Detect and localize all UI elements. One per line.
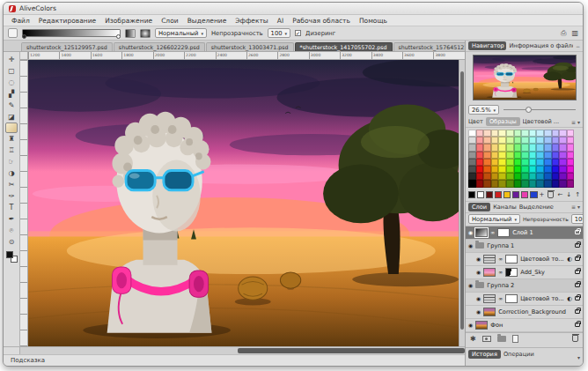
lock-icon[interactable]: [575, 243, 580, 248]
swatch-3-1[interactable]: [483, 152, 491, 159]
swatch-1-6[interactable]: [521, 137, 529, 144]
new-layer-icon[interactable]: [512, 335, 518, 343]
swatch-3-5[interactable]: [514, 152, 522, 159]
zoom-tool[interactable]: ⊙: [5, 236, 18, 248]
document-tab-3[interactable]: *shutterstock_1417055702.psd: [295, 42, 393, 51]
back-icon[interactable]: ←: [557, 191, 562, 198]
swatch-4-10[interactable]: [552, 159, 560, 166]
lock-icon[interactable]: [575, 256, 580, 261]
swatch-1-12[interactable]: [567, 137, 575, 144]
layer-row-2[interactable]: ◉∞Цветовой то...◐: [466, 253, 583, 266]
import-swatches-icon[interactable]: ↓: [566, 191, 571, 198]
swatch-5-5[interactable]: [514, 166, 522, 173]
add-mask-icon[interactable]: [482, 336, 491, 342]
zoom-level-select[interactable]: 26.5% ▾: [468, 105, 499, 115]
layer-row-3[interactable]: ◉∞Add_Sky: [466, 266, 583, 279]
swatch-2-4[interactable]: [506, 144, 514, 151]
blend-mode-select[interactable]: Нормальный ▾: [155, 28, 207, 38]
swatch-4-11[interactable]: [559, 159, 567, 166]
layer-opacity-select[interactable]: 100 ▾: [571, 214, 583, 224]
swatch-4-0[interactable]: [476, 159, 484, 166]
layer-row-1[interactable]: ◉Группа 1: [466, 240, 583, 253]
swatch-0-6[interactable]: [521, 130, 529, 137]
swatch-7-6[interactable]: [521, 180, 529, 187]
swatch-4-4[interactable]: [506, 159, 514, 166]
recent-swatch-4[interactable]: [503, 191, 511, 198]
swatch-5-4[interactable]: [506, 166, 514, 173]
pen-tool[interactable]: ✒: [5, 213, 18, 225]
zoom-slider[interactable]: [503, 109, 576, 110]
visibility-eye-icon[interactable]: ◉: [476, 295, 481, 301]
eyedropper-tool[interactable]: ⌾: [5, 225, 18, 236]
layer-thumbnail[interactable]: [483, 308, 496, 316]
export-swatches-icon[interactable]: ↑: [575, 191, 580, 198]
swatch-7-1[interactable]: [483, 180, 491, 187]
tab-swatches[interactable]: Образцы: [486, 117, 520, 126]
menu-item-effects[interactable]: Эффекты: [231, 17, 273, 25]
marquee-tool[interactable]: ▢: [5, 65, 18, 77]
swatch-0-8[interactable]: [536, 130, 544, 137]
swatch-0-9[interactable]: [544, 130, 552, 137]
swatch-4-7[interactable]: [529, 159, 537, 166]
swatch-2-12[interactable]: [567, 144, 575, 151]
adjustment-icon[interactable]: ◐: [567, 256, 572, 263]
navigator-preview[interactable]: [473, 55, 577, 100]
swatch-5-8[interactable]: [536, 166, 544, 173]
linear-gradient-icon[interactable]: [125, 29, 136, 38]
swatch-3-6[interactable]: [521, 152, 529, 159]
layer-row-6[interactable]: ◉Correction_Background: [466, 306, 583, 319]
tab-selection[interactable]: Выделение: [519, 204, 554, 211]
document-tab-1[interactable]: shutterstock_126602229.psd: [114, 42, 205, 51]
swatch-1-3[interactable]: [498, 137, 506, 144]
layer-effects-icon[interactable]: ✱: [470, 335, 476, 343]
panel-menu-icon[interactable]: ≡: [571, 204, 576, 210]
swatch-5-11[interactable]: [559, 166, 567, 173]
lock-icon[interactable]: [575, 230, 580, 234]
swatch-5-7[interactable]: [529, 166, 537, 173]
radial-gradient-icon[interactable]: [140, 29, 151, 38]
swatch-2-5[interactable]: [514, 144, 522, 151]
visibility-eye-icon[interactable]: ◉: [468, 322, 473, 328]
layer-mask-thumbnail[interactable]: [505, 294, 518, 303]
swatch-gray-1[interactable]: [468, 137, 476, 144]
tab-history[interactable]: История: [468, 350, 501, 359]
swatch-2-7[interactable]: [529, 144, 537, 151]
menu-item-help[interactable]: Помощь: [355, 17, 392, 25]
swatch-4-5[interactable]: [514, 159, 522, 166]
foreground-color-swatch[interactable]: [6, 251, 13, 258]
swatch-7-2[interactable]: [491, 180, 499, 187]
swatch-1-5[interactable]: [514, 137, 522, 144]
recent-swatch-2[interactable]: [486, 191, 493, 198]
swatch-gray-3[interactable]: [468, 152, 476, 159]
recent-swatch-5[interactable]: [512, 191, 519, 198]
swatch-5-9[interactable]: [544, 166, 552, 173]
lock-icon[interactable]: [575, 270, 580, 274]
swatch-7-3[interactable]: [498, 180, 506, 187]
recent-swatch-6[interactable]: [521, 191, 528, 198]
swatch-gray-7[interactable]: [468, 180, 476, 187]
recent-swatch-7[interactable]: [530, 191, 537, 198]
tab-color-wheel[interactable]: Цветовой ...: [523, 118, 560, 125]
adjustment-icon[interactable]: ◐: [567, 295, 572, 302]
swatch-3-11[interactable]: [559, 152, 567, 159]
swatch-0-4[interactable]: [506, 130, 514, 137]
swatch-5-1[interactable]: [483, 166, 491, 173]
swatch-6-3[interactable]: [498, 173, 506, 180]
swatch-0-7[interactable]: [529, 130, 537, 137]
swatch-4-12[interactable]: [567, 159, 575, 166]
swatch-1-11[interactable]: [559, 137, 567, 144]
layer-thumbnail[interactable]: [483, 294, 496, 303]
swatch-6-6[interactable]: [521, 173, 529, 180]
stamp-tool[interactable]: ♖: [5, 145, 18, 156]
swatch-grid[interactable]: [466, 128, 583, 189]
tab-layers[interactable]: Слои: [468, 203, 490, 211]
swatch-1-10[interactable]: [552, 137, 560, 144]
swatch-3-2[interactable]: [491, 152, 499, 159]
layer-row-4[interactable]: ◉Группа 2: [466, 279, 583, 293]
swatch-1-8[interactable]: [536, 137, 544, 144]
menu-item-workspace[interactable]: Рабочая область: [288, 17, 355, 25]
canvas-image[interactable]: [28, 60, 459, 346]
swatch-4-8[interactable]: [536, 159, 544, 166]
zoom-slider-knob[interactable]: [526, 107, 532, 113]
lock-icon[interactable]: [575, 283, 580, 287]
